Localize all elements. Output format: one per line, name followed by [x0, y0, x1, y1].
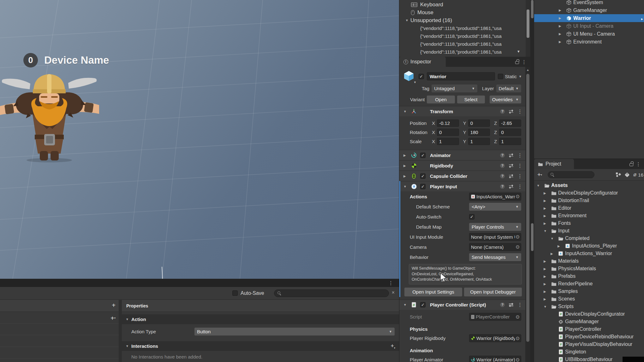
project-tree-item[interactable]: # DeviceDisplayConfigurator [534, 310, 644, 318]
position-z-field[interactable]: -2.65 [499, 120, 522, 127]
expand-arrow-icon[interactable]: ▶ [544, 267, 549, 271]
expand-arrow-icon[interactable]: ▶ [544, 297, 549, 301]
expand-arrow-icon[interactable]: ▶ [559, 32, 564, 36]
expand-arrow-icon[interactable]: ▼ [544, 305, 549, 308]
tab-inspector[interactable]: i Inspector [399, 57, 446, 67]
scale-y-field[interactable]: 1 [468, 138, 490, 145]
project-tree-item[interactable]: ▼ # Input [534, 227, 644, 235]
presets-icon[interactable] [509, 184, 513, 189]
hidden-packages-icon[interactable]: ø [633, 172, 636, 177]
variant-open-button[interactable]: Open [427, 96, 455, 103]
auto-switch-checkbox[interactable]: ✓ [469, 214, 474, 219]
camera-field[interactable]: None (Camera) ⊙ [469, 243, 521, 251]
warrior-character[interactable] [0, 71, 100, 162]
project-tree-item[interactable]: ▼ # Scripts [534, 303, 644, 310]
component-menu-icon[interactable]: ⋮ [517, 302, 522, 308]
overrides-dropdown[interactable]: Overrides▼ [490, 96, 521, 103]
project-tree-item[interactable]: # Singleton [534, 348, 644, 356]
lock-icon[interactable] [629, 163, 633, 166]
object-picker-icon[interactable]: ⊙ [515, 314, 520, 320]
add-action-button[interactable]: +▾ [110, 315, 116, 321]
expand-arrow-icon[interactable]: ▶ [544, 282, 549, 286]
enabled-checkbox[interactable]: ✓ [420, 184, 426, 189]
enabled-checkbox[interactable]: ✓ [420, 153, 426, 158]
component-menu-icon[interactable]: ⋮ [517, 163, 522, 169]
static-checkbox[interactable] [498, 74, 503, 79]
project-search-input[interactable] [548, 171, 594, 178]
project-tree-item[interactable]: ▶ # Materials [534, 257, 644, 265]
hierarchy-item[interactable]: EventSystem [534, 0, 644, 6]
collapse-arrow-icon[interactable]: ▼ [405, 19, 408, 22]
clear-search-icon[interactable]: × [392, 290, 395, 295]
animator-component-header[interactable]: ▶ ✓ Animator ? ⋮ [399, 150, 526, 160]
project-tree-item[interactable]: ▶ # Environment [534, 212, 644, 219]
foldout-arrow-icon[interactable]: ▼ [403, 303, 408, 307]
expand-arrow-icon[interactable]: ▶ [544, 199, 549, 202]
project-tree-item[interactable]: ▶ # PhysicsMaterials [534, 265, 644, 272]
collapse-arrow-icon[interactable]: ▼ [126, 344, 129, 348]
tab-project[interactable]: Project [534, 159, 574, 169]
project-tree-item[interactable]: # PlayerDeviceRebindBehaviour [534, 333, 644, 341]
presets-icon[interactable] [509, 303, 513, 307]
action-maps-column[interactable]: + +▾ [0, 300, 122, 362]
hierarchy-item[interactable]: ▶ Warrior [534, 14, 644, 22]
component-menu-icon[interactable]: ⋮ [517, 152, 522, 158]
project-tree-item[interactable]: ▼ # Assets [534, 182, 644, 189]
player-rigidbody-field[interactable]: Warrior (Rigidbody) ⊙ [469, 334, 521, 342]
project-tree-item[interactable]: ▶ # Fonts [534, 219, 644, 227]
list-row[interactable] [0, 312, 119, 324]
help-icon[interactable]: ? [500, 184, 505, 189]
presets-icon[interactable] [509, 153, 513, 157]
foldout-arrow-icon[interactable]: ▶ [403, 154, 408, 157]
presets-icon[interactable] [509, 174, 513, 178]
enabled-checkbox[interactable]: ✓ [420, 173, 426, 179]
enabled-checkbox[interactable]: ✓ [420, 302, 426, 307]
expand-arrow-icon[interactable]: ▼ [551, 237, 556, 240]
unsupported-devices-group[interactable]: ▼ Unsupported (16) [399, 16, 530, 24]
ui-input-module-field[interactable]: None (Input System UI Module) ⊙ [469, 233, 521, 241]
scroll-up-icon[interactable]: ▲ [525, 67, 530, 72]
hierarchy-item[interactable]: ▶ UI Input - Camera [534, 22, 644, 30]
vendor-device-entry[interactable]: {"vendorId":1118,"productId":1861,"usa [399, 24, 530, 32]
lock-icon[interactable] [515, 61, 519, 64]
device-list-scrollbar[interactable] [526, 0, 530, 57]
transform-component-header[interactable]: ▼ Transform ? ⋮ [399, 106, 526, 116]
project-tree-item[interactable]: # PlayerVisualDisplayBehaviour [534, 341, 644, 348]
project-tree-item[interactable]: ▶ # Editor [534, 204, 644, 212]
object-picker-icon[interactable]: ⊙ [515, 357, 520, 362]
expand-arrow-icon[interactable]: ▶ [544, 222, 549, 225]
device-entry-keyboard[interactable]: Keyboard [399, 1, 530, 9]
inspector-scrollbar[interactable]: ▲ [525, 67, 530, 362]
capsule-collider-component-header[interactable]: ▶ ✓ Capsule Collider ? ⋮ [399, 171, 526, 181]
expand-arrow-icon[interactable]: ▶ [544, 275, 549, 278]
panel-scrollbar-strip[interactable] [530, 0, 534, 362]
foldout-arrow-icon[interactable]: ▼ [403, 110, 408, 113]
project-tree-item[interactable]: ▶ # Samples [534, 288, 644, 295]
object-picker-icon[interactable]: ⊙ [515, 336, 520, 341]
project-tree-item[interactable]: # PlayerController [534, 325, 644, 333]
expand-arrow-icon[interactable]: ▶ [559, 40, 564, 44]
search-by-label-icon[interactable] [625, 172, 630, 177]
list-row[interactable] [0, 347, 119, 359]
rigidbody-component-header[interactable]: ▶ Rigidbody ? ⋮ [399, 160, 526, 171]
vendor-device-entry[interactable]: {"vendorId":1118,"productId":1861,"usa [399, 40, 530, 48]
device-dropdown-icon[interactable]: ▼ [517, 50, 520, 53]
expand-arrow-icon[interactable]: ▶ [544, 207, 549, 210]
vendor-device-entry[interactable]: {"vendorId":1118,"productId":1861,"usa [399, 48, 530, 56]
expand-arrow-icon[interactable]: ▶ [551, 252, 556, 255]
player-input-component-header[interactable]: ▼ ✓ Player Input ? ⋮ [399, 181, 526, 191]
scale-x-field[interactable]: 1 [437, 138, 459, 145]
position-x-field[interactable]: -0.12 [437, 120, 459, 127]
expand-arrow-icon[interactable]: ▶ [544, 290, 549, 293]
project-tree-item[interactable]: ▼ # Completed [534, 235, 644, 242]
script-field[interactable]: PlayerController ⊙ [469, 313, 521, 321]
help-icon[interactable]: ? [500, 109, 505, 114]
foldout-arrow-icon[interactable]: ▶ [403, 174, 408, 178]
layer-dropdown[interactable]: Default▼ [496, 85, 521, 92]
panel-menu-icon[interactable]: ⋮ [388, 280, 393, 286]
object-picker-icon[interactable]: ⊙ [515, 234, 520, 240]
foldout-arrow-icon[interactable]: ▼ [403, 185, 408, 188]
scene-view[interactable]: 0 Device Name [0, 0, 399, 279]
collapse-arrow-icon[interactable]: ▼ [126, 318, 129, 321]
search-by-type-icon[interactable] [616, 172, 621, 177]
